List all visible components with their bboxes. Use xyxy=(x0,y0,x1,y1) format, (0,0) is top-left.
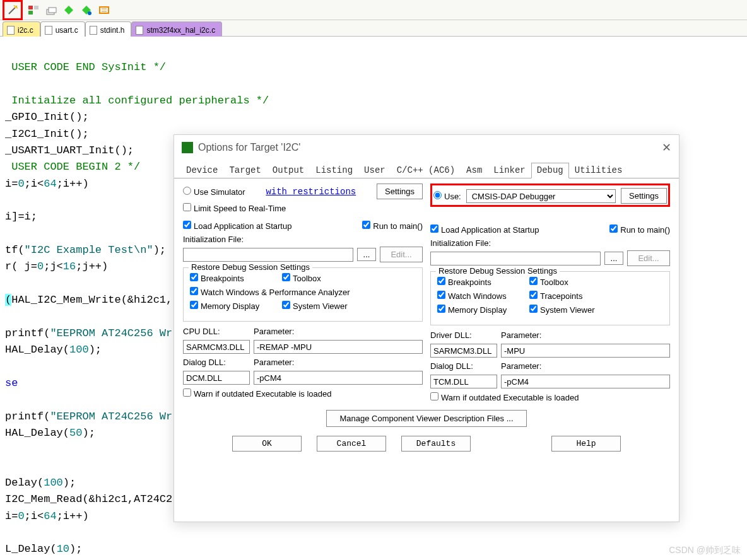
code-tok: ); xyxy=(153,244,166,256)
tab-listing[interactable]: Listing xyxy=(310,163,358,178)
hardware-column: Use: CMSIS-DAP Debugger Settings Load Ap… xyxy=(430,184,670,406)
tab-device[interactable]: Device xyxy=(180,163,223,178)
dialog-dll-left-input[interactable] xyxy=(183,371,250,385)
code-tok: ;i++) xyxy=(57,510,89,522)
green-diamond-icon[interactable] xyxy=(62,3,76,17)
stack-icon[interactable] xyxy=(44,3,58,17)
close-icon[interactable]: ✕ xyxy=(662,141,671,155)
tab-cc[interactable]: C/C++ (AC6) xyxy=(391,163,461,178)
sim-settings-button[interactable]: Settings xyxy=(377,184,423,199)
manage-components-button[interactable]: Manage Component Viewer Description File… xyxy=(326,410,526,427)
cancel-button[interactable]: Cancel xyxy=(317,436,386,452)
toolbox-right-checkbox[interactable]: Toolbox xyxy=(529,277,568,287)
sysview-right-checkbox[interactable]: System Viewer xyxy=(529,305,594,315)
tab-user[interactable]: User xyxy=(358,163,391,178)
code-line: Initialize all configured peripherals */ xyxy=(5,95,269,107)
tab-linker[interactable]: Linker xyxy=(488,163,531,178)
orange-box-icon[interactable] xyxy=(97,3,111,17)
debugger-select[interactable]: CMSIS-DAP Debugger xyxy=(466,189,616,203)
run-main-left-checkbox[interactable]: Run to main() xyxy=(362,221,423,231)
load-app-right-checkbox[interactable]: Load Application at Startup xyxy=(430,225,539,235)
dialog-param-left-input[interactable] xyxy=(254,371,423,385)
code-tok: ;i< xyxy=(25,510,44,522)
tracepoints-checkbox[interactable]: Tracepoints xyxy=(529,291,582,301)
watch-left-checkbox[interactable]: Watch Windows & Performance Analyzer xyxy=(190,287,350,297)
defaults-button[interactable]: Defaults xyxy=(401,436,471,452)
svg-rect-13 xyxy=(100,7,109,13)
green-diamond-dot-icon[interactable] xyxy=(79,3,93,17)
code-tok: (); xyxy=(69,128,89,140)
dialog-dll-right-input[interactable] xyxy=(430,375,497,388)
svg-line-0 xyxy=(9,8,15,14)
code-tok: ;j< xyxy=(44,260,63,272)
sysview-left-checkbox[interactable]: System Viewer xyxy=(282,301,347,311)
tab-asm[interactable]: Asm xyxy=(461,163,488,178)
edit-right-button[interactable]: Edit... xyxy=(627,250,670,266)
tab-hal-i2c-c[interactable]: stm32f4xx_hal_i2c.c xyxy=(131,21,222,37)
svg-line-2 xyxy=(14,5,15,6)
help-button[interactable]: Help xyxy=(551,436,621,452)
use-simulator-radio[interactable]: Use Simulator xyxy=(183,187,245,197)
code-tok: 50 xyxy=(69,427,82,439)
tab-usart-c[interactable]: usart.c xyxy=(40,21,85,37)
dialog-param-right-input[interactable] xyxy=(501,375,670,388)
driver-dll-input[interactable] xyxy=(430,344,497,358)
code-tok: (); xyxy=(69,111,89,123)
browse-right-button[interactable]: ... xyxy=(604,252,623,265)
file-icon xyxy=(90,26,97,35)
tab-stdint-h[interactable]: stdint.h xyxy=(85,21,132,37)
code-tok: _USART1_UART_Init xyxy=(5,144,114,156)
code-tok: ); xyxy=(82,427,95,439)
memory-right-checkbox[interactable]: Memory Display xyxy=(437,305,526,315)
memory-left-checkbox[interactable]: Memory Display xyxy=(190,301,278,311)
breakpoints-right-checkbox[interactable]: Breakpoints xyxy=(437,277,526,287)
highlighted-use-row: Use: CMSIS-DAP Debugger Settings xyxy=(430,184,670,207)
code-tok: 16 xyxy=(63,260,76,272)
hw-settings-button[interactable]: Settings xyxy=(621,188,667,204)
warn-right-checkbox[interactable]: Warn if outdated Executable is loaded xyxy=(430,392,579,402)
code-tok: (&hi2c1, xyxy=(121,294,173,306)
code-tok: "I2C Example Test\n" xyxy=(25,244,153,256)
restrictions-link[interactable]: with restrictions xyxy=(266,187,356,197)
tab-output[interactable]: Output xyxy=(267,163,310,178)
red-green-blocks-icon[interactable] xyxy=(26,3,40,17)
use-radio[interactable]: Use: xyxy=(433,191,461,201)
code-tok: 10 xyxy=(57,543,69,555)
init-file-left-input[interactable] xyxy=(183,248,353,262)
code-tok: printf( xyxy=(5,327,50,339)
toolbox-left-checkbox[interactable]: Toolbox xyxy=(282,273,321,283)
code-tok: i]=i; xyxy=(5,211,37,223)
cpu-dll-input[interactable] xyxy=(183,340,250,354)
code-tok: i= xyxy=(5,178,18,190)
svg-rect-9 xyxy=(49,8,56,13)
tab-utilities[interactable]: Utilities xyxy=(569,163,628,178)
edit-left-button[interactable]: Edit... xyxy=(380,247,423,262)
cpu-param-input[interactable] xyxy=(254,340,423,354)
init-file-right-input[interactable] xyxy=(430,252,601,265)
code-tok: "EEPROM AT24C256 Wr xyxy=(50,327,172,339)
tab-target[interactable]: Target xyxy=(223,163,266,178)
code-tok: ;i++) xyxy=(57,178,89,190)
file-tab-bar: i2c.c usart.c stdint.h stm32f4xx_hal_i2c… xyxy=(0,20,747,37)
breakpoints-left-checkbox[interactable]: Breakpoints xyxy=(190,273,278,283)
browse-left-button[interactable]: ... xyxy=(357,248,376,261)
magic-wand-icon[interactable] xyxy=(6,3,20,17)
code-tok: I2C_Mem_Read xyxy=(5,493,82,505)
driver-param-input[interactable] xyxy=(501,344,670,358)
run-main-right-checkbox[interactable]: Run to main() xyxy=(609,225,670,235)
manage-row: Manage Component Viewer Description File… xyxy=(174,407,679,431)
ok-button[interactable]: OK xyxy=(232,436,302,452)
tab-debug[interactable]: Debug xyxy=(531,163,569,178)
load-app-left-checkbox[interactable]: Load Application at Startup xyxy=(183,221,291,231)
watch-right-checkbox[interactable]: Watch Windows xyxy=(437,291,526,301)
tab-label: i2c.c xyxy=(18,26,33,35)
code-tok: 0 xyxy=(18,510,24,522)
init-file-label-left: Initialization File: xyxy=(183,235,423,244)
limit-speed-checkbox[interactable]: Limit Speed to Real-Time xyxy=(183,203,286,213)
warn-left-checkbox[interactable]: Warn if outdated Executable is loaded xyxy=(183,388,332,399)
code-tok: se xyxy=(5,377,18,389)
tab-i2c-c[interactable]: i2c.c xyxy=(3,21,40,37)
code-tok: r( j= xyxy=(5,260,37,272)
code-tok: tf( xyxy=(5,244,25,256)
code-tok: ); xyxy=(69,543,82,555)
